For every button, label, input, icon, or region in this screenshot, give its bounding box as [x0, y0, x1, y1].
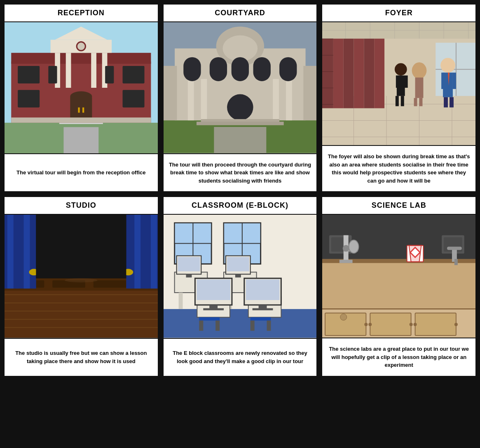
- svg-rect-15: [105, 66, 114, 83]
- svg-rect-62: [322, 39, 333, 39]
- svg-rect-108: [134, 215, 140, 289]
- svg-rect-110: [151, 215, 157, 289]
- cell-foyer: FOYER: [321, 3, 477, 192]
- title-sciencelab: SCIENCE LAB: [322, 197, 475, 215]
- svg-rect-148: [246, 279, 279, 300]
- desc-sciencelab: The science labs are a great place to pu…: [322, 338, 475, 376]
- svg-rect-144: [250, 317, 271, 321]
- svg-rect-32: [201, 79, 207, 121]
- svg-rect-35: [183, 57, 201, 81]
- svg-rect-161: [322, 260, 475, 309]
- svg-rect-71: [375, 39, 385, 108]
- svg-rect-84: [414, 98, 417, 106]
- svg-rect-18: [123, 90, 145, 107]
- svg-rect-128: [178, 293, 183, 309]
- svg-rect-102: [16, 215, 20, 289]
- svg-rect-138: [235, 274, 241, 277]
- title-classroom: CLASSROOM (E-BLOCK): [164, 197, 317, 215]
- svg-rect-77: [396, 96, 399, 106]
- svg-rect-37: [231, 57, 248, 81]
- svg-rect-132: [186, 274, 192, 277]
- svg-rect-146: [267, 321, 271, 331]
- svg-point-181: [410, 323, 413, 326]
- svg-rect-88: [441, 73, 445, 89]
- svg-rect-80: [405, 75, 408, 88]
- desc-reception: The virtual tour will begin from the rec…: [5, 154, 158, 191]
- cell-reception: RECEPTION: [3, 3, 159, 192]
- svg-rect-173: [447, 246, 462, 250]
- svg-rect-36: [209, 57, 227, 81]
- image-reception: [5, 22, 158, 154]
- svg-rect-17: [18, 90, 40, 107]
- svg-rect-98: [94, 280, 126, 288]
- svg-point-183: [454, 323, 458, 326]
- desc-foyer: The foyer will also be shown during brea…: [322, 146, 475, 191]
- svg-rect-67: [333, 39, 344, 108]
- svg-point-20: [70, 91, 92, 101]
- svg-rect-85: [419, 98, 423, 106]
- svg-rect-101: [7, 215, 14, 289]
- svg-rect-13: [18, 66, 40, 83]
- svg-rect-2: [63, 127, 98, 153]
- svg-rect-14: [48, 66, 57, 83]
- svg-rect-11: [91, 53, 96, 88]
- svg-rect-89: [453, 73, 456, 89]
- svg-rect-42: [197, 122, 284, 125]
- image-sciencelab: [322, 215, 475, 338]
- svg-rect-64: [322, 71, 333, 72]
- svg-point-75: [395, 63, 407, 75]
- desc-courtyard: The tour will then proceed through the c…: [164, 154, 317, 192]
- svg-rect-63: [322, 55, 333, 55]
- svg-rect-141: [199, 321, 203, 331]
- svg-rect-174: [454, 259, 458, 265]
- svg-rect-66: [322, 104, 333, 105]
- svg-rect-31: [187, 79, 194, 121]
- svg-rect-22: [82, 108, 84, 113]
- title-studio: STUDIO: [5, 197, 158, 215]
- svg-point-185: [340, 314, 347, 320]
- svg-rect-178: [415, 313, 456, 335]
- svg-rect-79: [396, 75, 399, 88]
- svg-rect-69: [354, 39, 364, 108]
- svg-rect-137: [227, 257, 249, 271]
- svg-point-23: [77, 42, 85, 51]
- svg-rect-145: [250, 321, 254, 331]
- svg-rect-154: [203, 308, 224, 310]
- svg-rect-6: [11, 53, 151, 64]
- svg-point-182: [414, 323, 417, 326]
- svg-rect-131: [178, 257, 200, 271]
- svg-rect-103: [24, 215, 30, 289]
- svg-point-167: [343, 245, 349, 252]
- image-courtyard: [164, 22, 317, 154]
- svg-rect-120: [164, 309, 317, 338]
- svg-rect-142: [215, 321, 220, 331]
- svg-point-180: [369, 323, 372, 326]
- storyboard: RECEPTION: [3, 3, 477, 377]
- svg-rect-21: [78, 108, 80, 113]
- svg-rect-44: [303, 66, 316, 120]
- svg-rect-107: [128, 215, 132, 289]
- svg-rect-34: [286, 79, 292, 121]
- svg-rect-65: [322, 88, 333, 88]
- svg-rect-70: [364, 39, 375, 108]
- svg-point-166: [349, 240, 359, 253]
- title-courtyard: COURTYARD: [164, 5, 317, 22]
- image-foyer: [322, 22, 475, 146]
- svg-rect-78: [401, 96, 404, 106]
- svg-rect-152: [197, 279, 230, 300]
- svg-rect-24: [11, 117, 151, 123]
- svg-rect-68: [344, 39, 354, 108]
- desc-classroom: The E block classrooms are newly renovat…: [164, 339, 317, 376]
- svg-rect-38: [253, 57, 270, 81]
- svg-rect-91: [450, 97, 454, 108]
- cell-classroom: CLASSROOM (E-BLOCK): [162, 196, 318, 377]
- svg-rect-104: [32, 215, 36, 289]
- svg-point-82: [412, 62, 427, 79]
- svg-rect-177: [370, 313, 411, 335]
- svg-rect-39: [279, 57, 297, 81]
- svg-rect-94: [5, 289, 158, 338]
- svg-rect-112: [36, 215, 126, 278]
- svg-rect-164: [340, 260, 353, 263]
- svg-point-118: [65, 278, 98, 282]
- cell-studio: STUDIO: [3, 196, 159, 377]
